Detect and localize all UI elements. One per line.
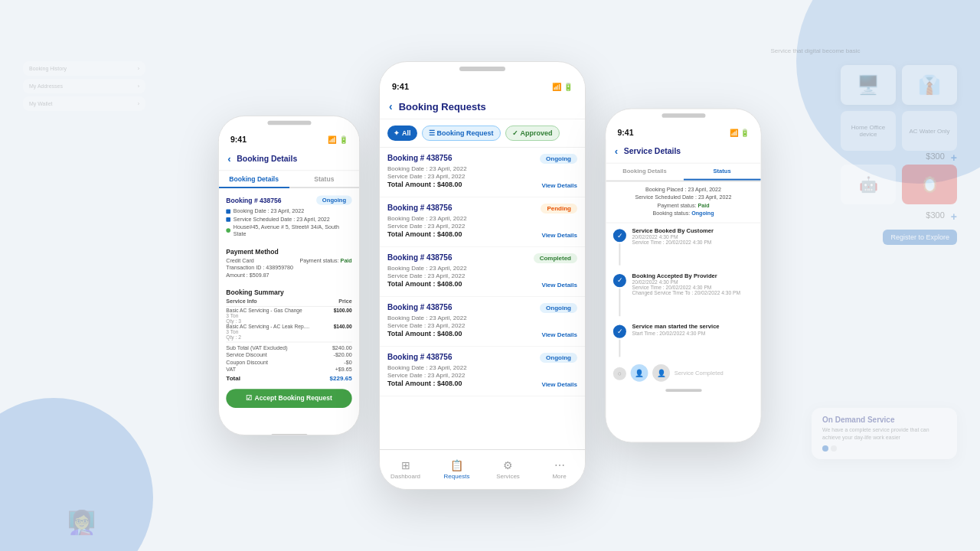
booking-card-2: Booking # 438756 Pending Booking Date : … [380,197,585,247]
filter-tab-booking-request[interactable]: ☰ Booking Request [422,126,501,141]
phone-notch-right [662,113,705,118]
avatar-user: 👤 [631,364,648,382]
time-center: 9:41 [392,82,409,91]
booking-id-5: Booking # 438756 [387,353,452,361]
calendar-icon-2 [226,217,230,222]
view-details-2[interactable]: View Details [541,232,577,239]
service-item-1: Basic AC Servicing - Gas Change 3 Ton Qt… [226,308,351,324]
page-title-right: Service Details [624,147,681,155]
check-icon: ☑ [246,395,252,403]
timeline-item-2: ✓ Booking Accepted By Provider 20/02/202… [613,272,753,316]
booking-status-row: Booking status: Ongoing [613,210,753,217]
timeline-content-3: Service man started the service Start Ti… [632,324,754,357]
payment-status-row: Payment status: Paid [613,202,753,209]
location-icon [226,228,230,233]
booking-card-4: Booking # 438756 Ongoing Booking Date : … [380,297,585,347]
more-icon: ⋯ [554,459,565,471]
booking-card-2-header: Booking # 438756 Pending [387,204,577,214]
view-details-5[interactable]: View Details [541,381,577,388]
page-title-left: Booking Details [237,154,297,162]
tab-booking-details[interactable]: Booking Details [219,171,289,188]
service-completed-row: 👤 👤 Service Completed [631,364,724,382]
nav-services[interactable]: ⚙ Services [482,459,534,480]
status-bar-left: 9:41 📶 🔋 [219,129,359,147]
service-meta-2: Service Date : 23 April, 2022 [387,223,577,230]
tab-status[interactable]: Status [289,171,360,187]
booking-total-1: Total Amount : $408.00 [387,181,462,188]
service-date-row: Service Scheduled Date : 23 April, 2022 [226,216,351,223]
header-right: ‹ Service Details [606,139,760,163]
subtotal-row: Sub Total (VAT Excluded) $240.00 [226,344,351,351]
time-left: 9:41 [230,135,247,144]
tab-booking-details-right[interactable]: Booking Details [606,164,683,181]
filter-tab-approved[interactable]: ✓ Approved [505,126,560,141]
service-meta-3: Service Date : 23 April, 2022 [387,272,577,279]
tabs-left: Booking Details Status [219,171,359,188]
service-table-header: Service Info Price [226,298,351,306]
tab-status-right[interactable]: Status [684,164,761,181]
timeline-check-4: ○ [613,367,626,380]
coupon-discount-row: Coupon Discount -$0 [226,359,351,366]
booking-summary-section: Booking Summary Service Info Price Basic… [219,282,359,385]
status-icons-left: 📶 🔋 [328,135,348,143]
booking-total-4: Total Amount : $408.00 [387,330,462,337]
services-icon: ⚙ [503,459,513,471]
timeline-line-3 [619,340,620,357]
timeline-content-1: Service Booked By Customer 20/02/2022 4:… [632,227,754,265]
view-details-3[interactable]: View Details [541,282,577,289]
page-title-center: Booking Requests [399,101,486,112]
timeline-check-1: ✓ [613,229,626,242]
timeline-line-2 [619,289,620,316]
status-badge-3: Completed [534,253,577,263]
booking-date-row: Booking Date : 23 April, 2022 [226,208,351,215]
location-row: House#45, Avenue # 5, Street# 34/A, Sout… [226,224,351,237]
tabs-right: Booking Details Status [606,164,760,182]
service-item-2: Basic AC Servicing - AC Leak Rep.... 3 T… [226,324,351,340]
booking-footer-3: Total Amount : $408.00 View Details [387,280,577,290]
status-badge-5: Ongoing [540,353,577,363]
view-details-1[interactable]: View Details [541,182,577,189]
back-button-left[interactable]: ‹ [227,152,230,164]
booking-total-3: Total Amount : $408.00 [387,280,462,288]
signal-icon-center: 📶 [552,83,561,91]
view-details-4[interactable]: View Details [541,331,577,338]
status-icons-right: 📶 🔋 [730,129,750,136]
phone-right: 9:41 📶 🔋 ‹ Service Details Booking Detai… [605,109,761,443]
booking-status-badge: Ongoing [316,196,351,205]
booking-card-3: Booking # 438756 Completed Booking Date … [380,247,585,297]
header-left: ‹ Booking Details [219,147,359,171]
status-bar-center: 9:41 📶 🔋 [380,76,585,94]
phone-left: 9:41 📶 🔋 ‹ Booking Details Booking Detai… [218,116,360,435]
phone-notch-left [267,121,311,126]
payment-title: Payment Method [226,248,351,256]
nav-more[interactable]: ⋯ More [534,459,585,480]
status-badge-2: Pending [541,204,577,214]
timeline-item-3: ✓ Service man started the service Start … [613,324,753,357]
booking-info-section: Booking # 438756 Ongoing Booking Date : … [219,193,359,242]
timeline-check-2: ✓ [613,274,626,287]
accept-booking-button[interactable]: ☑ Accept Booking Request [226,389,351,408]
status-badge-4: Ongoing [540,303,577,313]
booking-card-3-header: Booking # 438756 Completed [387,253,577,263]
transaction-id-row: Transaction ID : 438959780 [226,265,351,272]
nav-requests[interactable]: 📋 Requests [431,459,482,480]
filter-tab-all[interactable]: ✦ All [387,126,417,141]
booking-id-row: Booking # 438756 Ongoing [226,196,351,205]
timeline-check-3: ✓ [613,325,626,338]
back-button-center[interactable]: ‹ [389,100,393,112]
bottom-nav-center: ⊞ Dashboard 📋 Requests ⚙ Services ⋯ More [380,449,585,489]
service-scheduled-row: Service Scheduled Date : 23 April, 2022 [613,194,753,201]
booking-card-5-header: Booking # 438756 Ongoing [387,353,577,363]
booking-footer-4: Total Amount : $408.00 View Details [387,330,577,340]
back-button-right[interactable]: ‹ [615,145,618,157]
user-service-row: ○ 👤 👤 Service Completed [613,364,753,382]
signal-icon-right: 📶 [730,129,738,136]
payment-section: Payment Method Credit Card Payment statu… [219,241,359,282]
booking-footer-1: Total Amount : $408.00 View Details [387,181,577,191]
booking-meta-5: Booking Date : 23 April, 2022 [387,364,577,371]
booking-id: Booking # 438756 [226,197,281,204]
phones-container: 9:41 📶 🔋 ‹ Booking Details Booking Detai… [0,0,980,551]
booking-card-4-header: Booking # 438756 Ongoing [387,303,577,313]
nav-dashboard[interactable]: ⊞ Dashboard [380,459,431,480]
battery-icon: 🔋 [339,135,348,143]
